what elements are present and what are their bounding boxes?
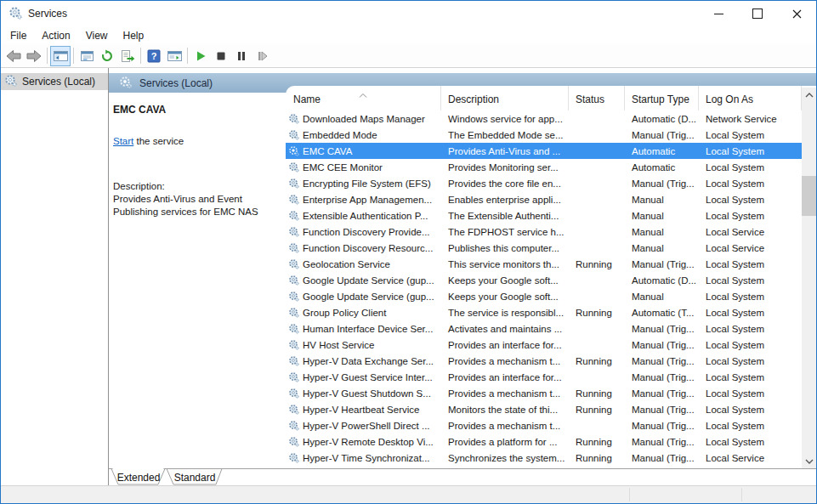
cell-status xyxy=(569,369,625,385)
stop-service-icon xyxy=(214,49,228,63)
cell-log-on-as: Local System xyxy=(699,337,802,353)
export-list-button[interactable] xyxy=(117,46,138,66)
cell-startup-type: Manual (Trig... xyxy=(625,401,699,417)
maximize-icon xyxy=(752,8,763,19)
service-description: Description: Provides Anti-Virus and Eve… xyxy=(113,180,279,218)
service-gear-icon xyxy=(288,145,299,156)
table-row[interactable]: Function Discovery Provide...The FDPHOST… xyxy=(286,224,802,240)
pause-service-button[interactable] xyxy=(231,46,252,66)
show-action-pane-button[interactable] xyxy=(164,46,184,66)
cell-startup-type: Manual xyxy=(625,207,699,224)
table-row[interactable]: Hyper-V PowerShell Direct ...Provides a … xyxy=(286,417,802,433)
refresh-button[interactable] xyxy=(97,46,117,66)
cell-log-on-as: Local System xyxy=(699,320,802,337)
cell-log-on-as: Local System xyxy=(699,159,802,175)
menu-file[interactable]: File xyxy=(3,26,34,44)
table-row[interactable]: Group Policy ClientThe service is respon… xyxy=(286,304,802,320)
cell-log-on-as: Local System xyxy=(699,353,802,369)
table-row[interactable]: HV Host ServiceProvides an interface for… xyxy=(286,337,802,353)
statusbar-separator xyxy=(741,488,742,501)
forward-button[interactable] xyxy=(24,46,44,66)
back-icon xyxy=(6,49,21,63)
close-button[interactable] xyxy=(777,1,816,26)
cell-status xyxy=(569,288,625,304)
table-row[interactable]: Embedded ModeThe Embedded Mode se...Manu… xyxy=(286,127,802,143)
cell-log-on-as: Local System xyxy=(699,175,802,191)
table-row[interactable]: EMC CEE MonitorProvides Monitoring ser..… xyxy=(286,159,802,175)
services-app-icon xyxy=(9,6,22,22)
table-row[interactable]: Hyper-V Guest Shutdown S...Provides a me… xyxy=(286,385,802,401)
table-row[interactable]: Downloaded Maps ManagerWindows service f… xyxy=(286,110,802,127)
tab-standard-label[interactable]: Standard xyxy=(174,472,216,484)
table-row[interactable]: Extensible Authentication P...The Extens… xyxy=(286,207,802,224)
cell-name: EMC CAVA xyxy=(286,143,441,159)
restart-service-button[interactable] xyxy=(252,46,272,66)
export-list-icon xyxy=(121,49,135,63)
cell-name: Google Update Service (gup... xyxy=(286,272,441,288)
vertical-scrollbar[interactable] xyxy=(802,88,816,468)
column-header-description[interactable]: Description xyxy=(441,86,569,110)
properties-icon xyxy=(80,49,94,63)
start-service-link[interactable]: Start xyxy=(113,136,133,146)
service-gear-icon xyxy=(288,420,299,431)
column-header-startup-type[interactable]: Startup Type xyxy=(625,86,699,110)
cell-startup-type: Manual xyxy=(625,288,699,304)
table-row[interactable]: Function Discovery Resourc...Publishes t… xyxy=(286,240,802,256)
service-list-panel: NameDescriptionStatusStartup TypeLog On … xyxy=(286,86,816,468)
show-console-tree-button[interactable] xyxy=(50,46,71,66)
service-gear-icon xyxy=(288,178,299,189)
service-gear-icon xyxy=(288,323,299,334)
scrollbar-thumb[interactable] xyxy=(802,176,816,216)
cell-startup-type: Manual xyxy=(625,191,699,207)
table-row[interactable]: Geolocation ServiceThis service monitors… xyxy=(286,256,802,272)
scroll-down-button[interactable] xyxy=(802,454,816,468)
table-row[interactable]: Hyper-V Time Synchronizat...Synchronizes… xyxy=(286,450,802,466)
start-service-button[interactable] xyxy=(190,46,211,66)
cell-name: Hyper-V Data Exchange Ser... xyxy=(286,353,441,369)
tab-extended-label[interactable]: Extended xyxy=(117,472,161,484)
cell-startup-type: Manual (Trig... xyxy=(625,175,699,191)
service-rows: Downloaded Maps ManagerWindows service f… xyxy=(286,110,816,468)
table-row[interactable]: Human Interface Device Ser...Activates a… xyxy=(286,320,802,337)
cell-name: EMC CEE Monitor xyxy=(286,159,441,175)
table-row[interactable]: Google Update Service (gup...Keeps your … xyxy=(286,272,802,288)
stop-service-button[interactable] xyxy=(211,46,231,66)
menu-help[interactable]: Help xyxy=(116,26,152,44)
table-row[interactable]: Hyper-V Data Exchange Ser...Provides a m… xyxy=(286,353,802,369)
cell-log-on-as: Local System xyxy=(699,433,802,450)
services-gear-icon xyxy=(4,74,17,89)
table-row[interactable]: Hyper-V Remote Desktop Vi...Provides a p… xyxy=(286,433,802,450)
table-row[interactable]: Encrypting File System (EFS)Provides the… xyxy=(286,175,802,191)
table-row[interactable]: Hyper-V Heartbeat ServiceMonitors the st… xyxy=(286,401,802,417)
cell-status xyxy=(569,320,625,337)
cell-name: Hyper-V PowerShell Direct ... xyxy=(286,417,441,433)
table-row[interactable]: Enterprise App Managemen...Enables enter… xyxy=(286,191,802,207)
band-gear-icon xyxy=(119,76,132,91)
service-gear-icon xyxy=(288,129,299,140)
table-row[interactable]: Google Update Service (gup...Keeps your … xyxy=(286,288,802,304)
column-header-name[interactable]: Name xyxy=(286,86,441,110)
menu-action[interactable]: Action xyxy=(34,26,77,44)
tree-item-services-local[interactable]: Services (Local) xyxy=(1,73,108,90)
properties-button[interactable] xyxy=(77,46,97,66)
scroll-up-button[interactable] xyxy=(802,88,816,102)
cell-description: Provides a mechanism t... xyxy=(441,385,569,401)
table-row[interactable]: EMC CAVAProvides Anti-Virus and ...Autom… xyxy=(286,143,802,159)
table-row[interactable]: Hyper-V Guest Service Inter...Provides a… xyxy=(286,369,802,385)
column-header-status[interactable]: Status xyxy=(569,86,625,110)
service-gear-icon xyxy=(288,210,299,221)
back-button[interactable] xyxy=(3,46,24,66)
cell-startup-type: Manual xyxy=(625,224,699,240)
cell-status xyxy=(569,175,625,191)
statusbar-separator xyxy=(629,488,630,501)
cell-status xyxy=(569,143,625,159)
cell-description: Keeps your Google soft... xyxy=(441,272,569,288)
help-button[interactable]: ? xyxy=(144,46,164,66)
maximize-button[interactable] xyxy=(738,1,777,26)
cell-description: Provides Anti-Virus and ... xyxy=(441,143,569,159)
cell-status xyxy=(569,191,625,207)
menu-view[interactable]: View xyxy=(78,26,116,44)
column-header-log-on-as[interactable]: Log On As xyxy=(699,86,802,110)
service-gear-icon xyxy=(288,404,299,415)
minimize-button[interactable] xyxy=(699,1,738,26)
